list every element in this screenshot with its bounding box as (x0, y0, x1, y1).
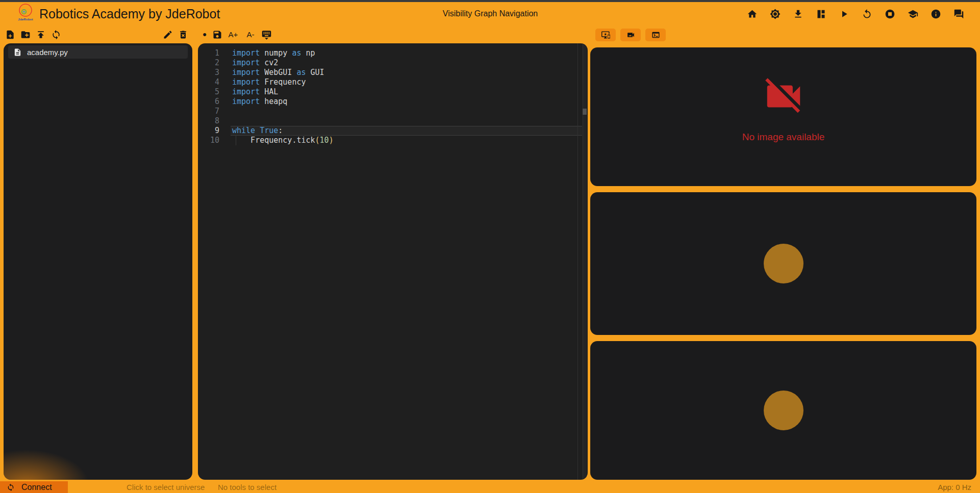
window-top-strip (0, 0, 980, 2)
file-toolbar-left (5, 29, 61, 40)
exercise-title: Visibility Graph Navigation (443, 2, 538, 25)
rename-file-icon[interactable] (162, 29, 173, 40)
connect-button[interactable]: Connect (0, 481, 68, 493)
line-number: 8 (198, 116, 219, 126)
save-button[interactable] (212, 29, 222, 40)
editor-toolbar: • A+ A- (202, 29, 272, 40)
line-number: 9 (198, 126, 219, 136)
gui-console-terminal-button[interactable] (645, 29, 666, 41)
line-number: 7 (198, 107, 219, 116)
videocam-off-icon (762, 74, 806, 120)
line-text: import cv2 (219, 58, 278, 68)
line-number: 1 (198, 48, 219, 58)
gui-screen-devices-button[interactable] (595, 29, 616, 41)
line-text: import Frequency (219, 77, 306, 87)
file-list: academy.py (4, 45, 192, 59)
reset-simulation-icon[interactable] (862, 9, 872, 19)
app-header: JdeRobot Robotics Academy by JdeRobot Vi… (0, 2, 980, 28)
line-text (219, 116, 232, 126)
file-explorer-panel: academy.py (4, 43, 192, 480)
file-row[interactable]: academy.py (8, 45, 188, 59)
universe-selector[interactable]: Click to select universe (127, 481, 205, 493)
line-text: while True: (219, 126, 283, 136)
delete-file-icon[interactable] (178, 29, 188, 40)
line-number: 6 (198, 97, 219, 107)
code-line-7: 7 (198, 107, 583, 116)
no-image-text: No image available (742, 132, 825, 143)
new-file-icon[interactable] (5, 29, 15, 40)
gui-camera-view-button[interactable] (620, 29, 641, 41)
camera-feed-panel: No image available (590, 47, 976, 186)
line-text: import heapq (219, 97, 287, 107)
code-line-1: 1import numpy as np (198, 48, 583, 58)
upload-file-icon[interactable] (35, 29, 46, 40)
code-line-3: 3import WebGUI as GUI (198, 68, 583, 77)
academy-icon[interactable] (908, 9, 918, 19)
line-text: import numpy as np (219, 48, 315, 58)
font-increase-button[interactable]: A+ (227, 30, 240, 39)
column-ruler (577, 43, 578, 480)
download-code-icon[interactable] (793, 9, 803, 19)
map-canvas-bottom[interactable] (590, 341, 976, 480)
file-toolbar-right (162, 29, 188, 40)
forum-icon[interactable] (953, 9, 964, 19)
jderobot-logo: JdeRobot (15, 4, 36, 21)
code-line-2: 2import cv2 (198, 58, 583, 68)
tools-selector[interactable]: No tools to select (218, 481, 277, 493)
file-name: academy.py (27, 48, 68, 57)
info-icon[interactable] (931, 9, 941, 19)
font-decrease-button[interactable]: A- (244, 30, 257, 39)
exercise-launcher-icon[interactable] (816, 9, 826, 19)
status-bar: Connect Click to select universe No tool… (0, 481, 980, 493)
robot-marker (764, 244, 803, 283)
home-icon[interactable] (747, 9, 758, 19)
sync-icon (7, 483, 15, 491)
code-line-5: 5import HAL (198, 87, 583, 97)
editor-scrollbar-thumb[interactable] (583, 109, 587, 115)
app-frequency-label: App: 0 Hz (938, 481, 971, 493)
line-number: 3 (198, 68, 219, 77)
logo-text: JdeRobot (15, 18, 36, 21)
connect-button-label: Connect (21, 483, 52, 492)
code-line-8: 8 (198, 116, 583, 126)
code-line-10: 10 Frequency.tick(10) (198, 136, 583, 145)
new-folder-icon[interactable] (20, 29, 31, 40)
gui-view-toolbar (595, 29, 666, 41)
stop-simulation-icon[interactable] (885, 9, 895, 19)
line-number: 2 (198, 58, 219, 68)
header-icon-bar (747, 2, 964, 25)
line-text: Frequency.tick(10) (219, 136, 334, 145)
jderobot-logo-icon (18, 4, 33, 18)
file-document-icon (13, 48, 22, 57)
code-line-6: 6import heapq (198, 97, 583, 107)
line-text: import WebGUI as GUI (219, 68, 324, 77)
map-canvas-top[interactable] (590, 192, 976, 335)
virtual-keyboard-button[interactable] (261, 29, 272, 40)
active-line-highlight (231, 126, 582, 136)
sync-files-icon[interactable] (51, 29, 61, 40)
connect-button-glow (4, 419, 126, 480)
code-editor[interactable]: 1import numpy as np2import cv23import We… (198, 48, 583, 145)
theme-brightness-icon[interactable] (770, 9, 781, 19)
robot-marker (764, 391, 803, 430)
run-code-icon[interactable] (839, 9, 849, 19)
line-number: 5 (198, 87, 219, 97)
code-editor-panel: 1import numpy as np2import cv23import We… (198, 43, 588, 480)
line-text: import HAL (219, 87, 278, 97)
code-line-9: 9while True: (198, 126, 583, 136)
line-number: 4 (198, 77, 219, 87)
unsaved-indicator-dot: • (202, 30, 208, 40)
line-text (219, 107, 232, 116)
code-line-4: 4import Frequency (198, 77, 583, 87)
app-title: Robotics Academy by JdeRobot (39, 2, 220, 25)
line-number: 10 (198, 136, 219, 145)
